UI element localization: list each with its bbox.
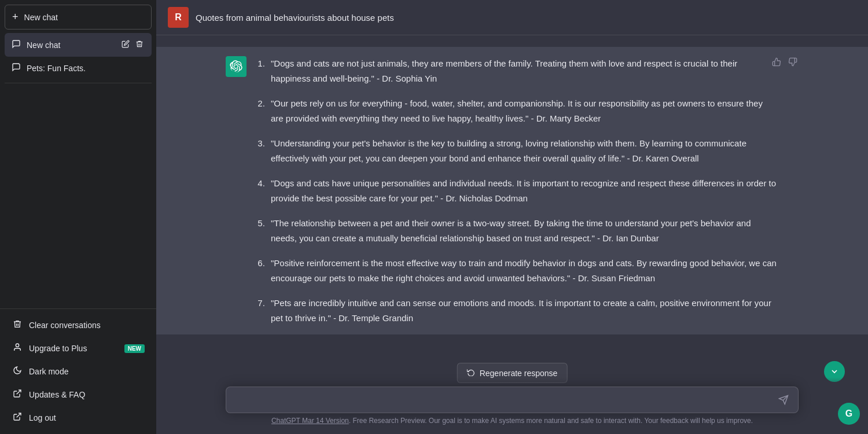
user-icon <box>12 343 23 354</box>
user-avatar-badge: G <box>838 403 860 425</box>
message-row-assistant: "Dogs and cats are not just animals, the… <box>156 47 868 334</box>
new-badge: NEW <box>124 344 145 353</box>
sidebar-item-pets[interactable]: Pets: Fun Facts. <box>5 57 152 79</box>
quote-6: "Positive reinforcement is the most effe… <box>267 256 777 285</box>
sidebar-bottom: Clear conversations Upgrade to Plus NEW … <box>0 308 156 434</box>
chat-input[interactable] <box>234 393 771 407</box>
new-chat-top-button[interactable]: + New chat <box>5 5 152 30</box>
chat-title: Quotes from animal behaviourists about h… <box>196 13 394 23</box>
quote-7: "Pets are incredibly intuitive and can s… <box>267 296 777 325</box>
clear-conversations-label: Clear conversations <box>29 321 101 330</box>
chat-icon <box>12 39 21 50</box>
quote-1: "Dogs and cats are not just animals, the… <box>267 56 777 86</box>
external-link-icon <box>12 389 23 400</box>
regenerate-label: Regenerate response <box>480 369 558 378</box>
quote-3: "Understanding your pet's behavior is th… <box>267 136 777 165</box>
new-chat-top-label: New chat <box>24 13 58 22</box>
updates-faq-button[interactable]: Updates & FAQ <box>5 383 152 406</box>
svg-line-1 <box>17 390 21 394</box>
header-user-avatar: R <box>168 7 189 28</box>
quote-5: "The relationship between a pet and thei… <box>267 216 777 245</box>
main-content: R Quotes from animal behaviourists about… <box>156 0 868 434</box>
upgrade-label: Upgrade to Plus <box>29 344 87 353</box>
logout-icon <box>12 412 23 424</box>
plus-icon: + <box>12 11 19 23</box>
logout-button[interactable]: Log out <box>5 406 152 429</box>
delete-chat-button[interactable] <box>134 39 145 51</box>
chat-icon-2 <box>12 62 21 73</box>
quote-2: "Our pets rely on us for everything - fo… <box>267 96 777 126</box>
edit-chat-button[interactable] <box>120 39 131 51</box>
sidebar: + New chat New chat <box>0 0 156 434</box>
dark-mode-label: Dark mode <box>29 367 68 376</box>
gpt-avatar <box>226 56 247 77</box>
footer-text: ChatGPT Mar 14 Version. Free Research Pr… <box>226 413 799 425</box>
regenerate-icon <box>467 368 475 378</box>
send-button[interactable] <box>777 393 790 406</box>
quote-4: "Dogs and cats have unique personalities… <box>267 176 777 205</box>
moon-icon <box>12 366 23 377</box>
sidebar-item-new-chat[interactable]: New chat <box>5 33 152 57</box>
logout-label: Log out <box>29 413 56 422</box>
footer-suffix: . Free Research Preview. Our goal is to … <box>349 417 753 425</box>
input-area: ChatGPT Mar 14 Version. Free Research Pr… <box>156 377 868 434</box>
dark-mode-button[interactable]: Dark mode <box>5 360 152 383</box>
assistant-message-content: "Dogs and cats are not just animals, the… <box>256 56 777 325</box>
footer-link[interactable]: ChatGPT Mar 14 Version <box>271 417 349 425</box>
chat-item-actions <box>120 39 145 51</box>
svg-point-0 <box>16 344 19 347</box>
trash-icon <box>12 319 23 331</box>
pets-chat-label: Pets: Fun Facts. <box>27 64 145 73</box>
main-header: R Quotes from animal behaviourists about… <box>156 0 868 35</box>
message-actions <box>771 56 799 70</box>
clear-conversations-button[interactable]: Clear conversations <box>5 314 152 337</box>
svg-line-2 <box>17 413 21 417</box>
quotes-list: "Dogs and cats are not just animals, the… <box>256 56 777 325</box>
thumbs-up-button[interactable] <box>771 56 782 70</box>
sidebar-divider <box>5 83 152 83</box>
upgrade-to-plus-button[interactable]: Upgrade to Plus NEW <box>5 337 152 360</box>
updates-faq-label: Updates & FAQ <box>29 390 85 399</box>
chat-item-label: New chat <box>27 41 115 50</box>
thumbs-down-button[interactable] <box>787 56 799 70</box>
sidebar-top: + New chat New chat <box>0 0 156 308</box>
input-wrapper <box>226 387 799 413</box>
